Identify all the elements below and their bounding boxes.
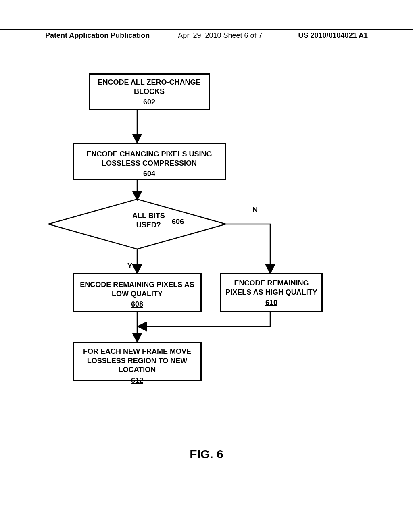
step-604: ENCODE CHANGING PIXELS USING LOSSLESS CO…: [73, 143, 226, 180]
edge-label-n: N: [252, 206, 258, 214]
step-608-ref: 608: [74, 300, 200, 309]
decision-606-ref: 606: [172, 218, 184, 226]
step-604-ref: 604: [74, 169, 225, 179]
step-602-text: ENCODE ALL ZERO-CHANGE BLOCKS: [98, 78, 200, 96]
step-602-ref: 602: [90, 98, 209, 107]
step-610-text: ENCODE REMAINING PIXELS AS HIGH QUALITY: [225, 279, 317, 296]
figure-caption: FIG. 6: [0, 447, 413, 461]
step-608-text: ENCODE REMAINING PIXELS AS LOW QUALITY: [80, 281, 194, 298]
decision-606-line2: USED?: [132, 220, 165, 230]
step-612: FOR EACH NEW FRAME MOVE LOSSLESS REGION …: [73, 342, 202, 381]
step-612-ref: 612: [74, 376, 200, 385]
step-608: ENCODE REMAINING PIXELS AS LOW QUALITY 6…: [73, 273, 202, 312]
step-602: ENCODE ALL ZERO-CHANGE BLOCKS 602: [89, 73, 210, 110]
edge-label-y: Y: [127, 262, 132, 270]
step-604-text: ENCODE CHANGING PIXELS USING LOSSLESS CO…: [86, 150, 212, 167]
step-610: ENCODE REMAINING PIXELS AS HIGH QUALITY …: [220, 273, 323, 312]
step-610-ref: 610: [221, 298, 321, 308]
decision-606-line1: ALL BITS: [132, 211, 165, 220]
step-612-text: FOR EACH NEW FRAME MOVE LOSSLESS REGION …: [83, 347, 191, 374]
decision-606-text: ALL BITS USED?: [132, 211, 165, 229]
